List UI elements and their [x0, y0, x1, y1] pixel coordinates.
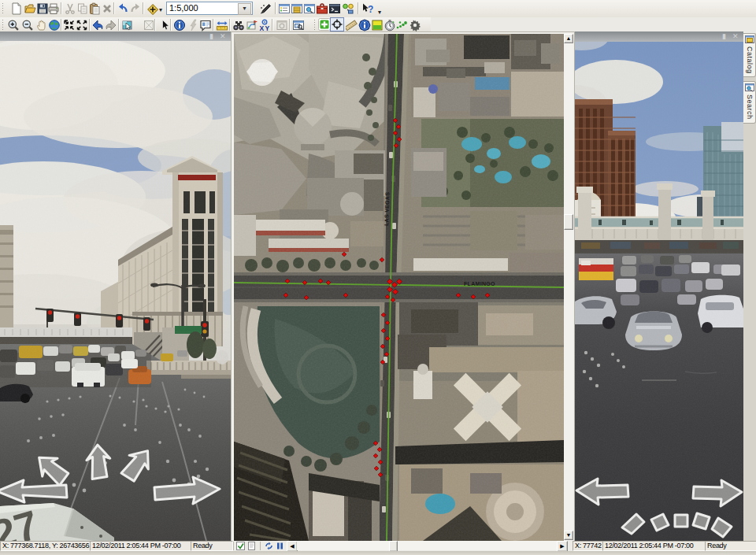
- svg-text:?: ?: [368, 4, 373, 15]
- svg-text:FLAMINGO: FLAMINGO: [464, 281, 495, 287]
- svg-text:✕: ✕: [732, 32, 739, 40]
- svg-text:▮: ▮: [209, 32, 213, 40]
- svg-text:✕: ✕: [220, 32, 226, 40]
- svg-text:Y: Y: [265, 24, 270, 32]
- svg-text:▮: ▮: [722, 32, 726, 40]
- svg-text:X: X: [260, 24, 265, 32]
